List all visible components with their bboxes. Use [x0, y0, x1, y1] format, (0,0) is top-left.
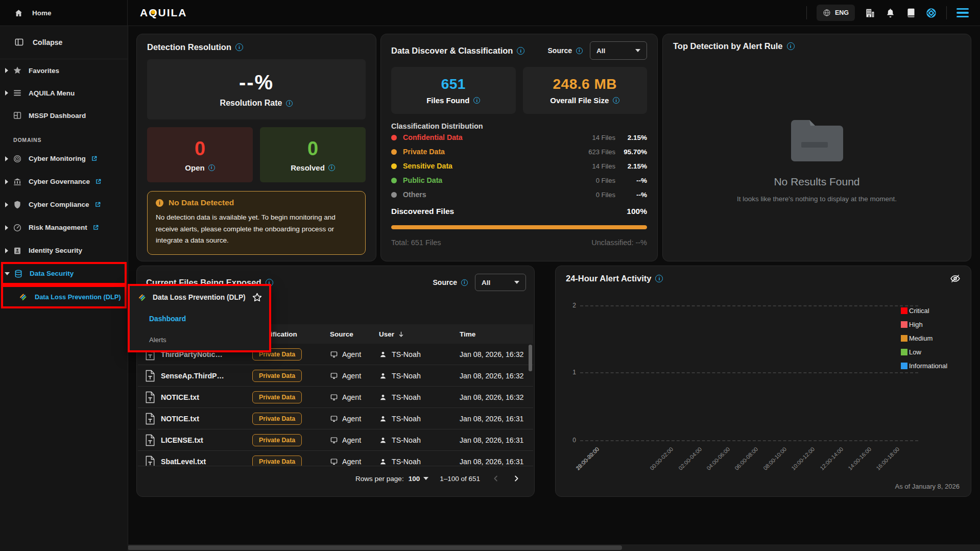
gauge-icon [13, 223, 22, 232]
info-icon[interactable] [613, 97, 619, 104]
info-icon[interactable] [473, 97, 480, 104]
source-select[interactable]: All [590, 41, 647, 60]
legend-item[interactable]: Informational [901, 362, 947, 370]
x-axis-label: 08:00-10:00 [762, 446, 787, 471]
token-icon[interactable] [926, 8, 937, 18]
notifications-icon[interactable] [885, 8, 896, 18]
sidebar-item-label: AQUILA Menu [29, 89, 75, 97]
files-found-value: 651 [441, 76, 466, 92]
gridline [580, 372, 918, 373]
card-title: Data Discover & Classification [391, 46, 524, 56]
source-select[interactable]: All [475, 274, 526, 291]
home-label: Home [32, 9, 52, 17]
sidebar-item-mssp-dashboard[interactable]: MSSP Dashboard [0, 104, 128, 127]
scrollbar-thumb[interactable] [128, 545, 622, 550]
sidebar-item-cyber-governance[interactable]: Cyber Governance [0, 170, 128, 193]
legend-swatch [901, 321, 907, 328]
warning-title: No Data Detected [156, 198, 357, 207]
sidebar-item-cyber-compliance[interactable]: Cyber Compliance [0, 193, 128, 216]
topbar-actions: ENG [806, 5, 980, 21]
folder-icon [786, 115, 848, 165]
legend-item[interactable]: Low [901, 348, 947, 356]
menu-item-alerts[interactable]: Alerts [130, 329, 269, 350]
horizontal-scrollbar[interactable] [128, 544, 980, 551]
x-axis-label: 10:00-12:00 [790, 446, 816, 471]
sidebar-item-identity-security[interactable]: Identity Security [0, 239, 128, 262]
sidebar-item-aquila-menu[interactable]: AQUILA Menu [0, 82, 128, 104]
legend-item[interactable]: Critical [901, 307, 947, 315]
info-icon[interactable] [208, 164, 215, 171]
table-row[interactable]: SenseAp.ThirdP… Private Data Agent TS-No… [138, 365, 533, 387]
rows-per-page-select[interactable]: 100 [409, 475, 429, 483]
language-selector[interactable]: ENG [817, 5, 855, 21]
source-filter: Source All [433, 274, 526, 291]
external-link-icon[interactable] [95, 178, 102, 185]
external-link-icon[interactable] [94, 201, 101, 208]
docs-icon[interactable] [905, 8, 916, 18]
table-row[interactable]: SbatLevel.txt Private Data Agent TS-Noah… [138, 451, 533, 466]
previous-page-icon[interactable] [491, 474, 500, 483]
info-icon[interactable] [286, 100, 293, 107]
next-page-icon[interactable] [512, 474, 521, 483]
gridline [580, 440, 918, 441]
database-icon [14, 269, 23, 278]
info-icon[interactable] [328, 164, 335, 171]
sidebar-item-label: Risk Management [29, 224, 87, 231]
external-link-icon[interactable] [92, 224, 99, 231]
text-file-icon [145, 391, 155, 403]
column-header-time[interactable]: Time [460, 330, 533, 338]
context-menu-title: Data Loss Prevention (DLP) [130, 286, 269, 308]
empty-state-title: No Results Found [774, 176, 859, 188]
x-axis-label: 06:00-08:00 [733, 446, 759, 471]
info-icon[interactable] [576, 47, 583, 54]
column-header-source[interactable]: Source [322, 330, 373, 338]
column-header-user[interactable]: User [373, 330, 460, 338]
collapse-panel-icon [14, 37, 24, 47]
star-outline-icon[interactable] [252, 292, 262, 303]
source-label: Source [433, 278, 457, 286]
legend-item[interactable]: High [901, 321, 947, 328]
monitor-icon [330, 393, 338, 401]
sidebar: Collapse Favorites AQUILA Menu MSSP Dash… [0, 26, 128, 551]
sidebar-item-label: Data Loss Prevention (DLP) [35, 293, 121, 301]
info-icon[interactable] [787, 42, 795, 50]
sidebar-item-home[interactable]: Home [0, 0, 128, 26]
sidebar-item-favorites[interactable]: Favorites [0, 59, 128, 82]
legend-item[interactable]: Medium [901, 334, 947, 342]
table-row[interactable]: LICENSE.txt Private Data Agent TS-Noah J… [138, 429, 533, 451]
classification-badge: Private Data [252, 456, 302, 466]
sidebar-item-data-security[interactable]: Data Security [0, 262, 128, 285]
info-icon[interactable] [461, 279, 468, 286]
table-row[interactable]: NOTICE.txt Private Data Agent TS-Noah Ja… [138, 387, 533, 408]
legend-swatch [901, 335, 907, 342]
logo-q: Q [149, 7, 158, 19]
distribution-title: Classification Distribution [391, 122, 647, 130]
sidebar-item-dlp[interactable]: Data Loss Prevention (DLP) [0, 285, 128, 308]
eye-slash-icon[interactable] [950, 273, 961, 284]
info-icon[interactable] [235, 43, 243, 51]
sidebar-item-label: Cyber Governance [29, 178, 90, 185]
table-scrollbar[interactable] [529, 345, 532, 371]
menu-item-dashboard[interactable]: Dashboard [130, 308, 269, 329]
table-row[interactable]: NOTICE.txt Private Data Agent TS-Noah Ja… [138, 408, 533, 429]
menu-icon[interactable] [957, 8, 969, 18]
file-size-label: Overall File Size [550, 96, 619, 105]
id-badge-icon [13, 246, 22, 255]
no-data-warning: No Data Detected No detection data is av… [147, 191, 366, 255]
y-axis-tick: 1 [572, 369, 576, 376]
x-axis-label: 16:00-18:00 [875, 446, 900, 471]
distribution-row: Sensitive Data 14 Files 2.15% [391, 159, 647, 173]
info-icon[interactable] [517, 47, 524, 55]
alert-activity-card: 24-Hour Alert Activity 2 1 0 Critical Hi… [555, 266, 971, 497]
sidebar-item-label: MSSP Dashboard [29, 112, 86, 119]
sidebar-item-risk-management[interactable]: Risk Management [0, 216, 128, 239]
logo-part: A [140, 7, 149, 19]
info-icon[interactable] [655, 275, 663, 282]
sidebar-item-cyber-monitoring[interactable]: Cyber Monitoring [0, 147, 128, 170]
dlp-icon [137, 293, 147, 302]
top-detection-card: Top Detection by Alert Rule No Results F… [662, 34, 971, 261]
collapse-button[interactable]: Collapse [0, 26, 128, 59]
text-file-icon [145, 413, 155, 425]
external-link-icon[interactable] [91, 155, 98, 162]
organization-icon[interactable] [865, 8, 875, 18]
